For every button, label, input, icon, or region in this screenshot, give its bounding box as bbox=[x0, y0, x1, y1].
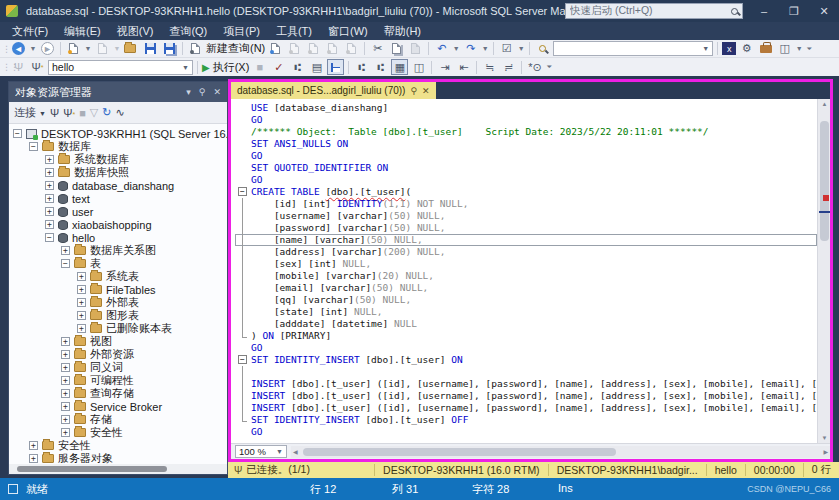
code-line-current[interactable]: [name] [varchar](50) NULL, bbox=[235, 234, 817, 246]
tree-item[interactable]: −hello bbox=[9, 231, 227, 244]
toolbar-overflow-icon[interactable]: ⏷ bbox=[545, 63, 553, 71]
code-line[interactable]: [password] [varchar](50) NULL, bbox=[235, 222, 817, 234]
tree-item[interactable]: +存储 bbox=[9, 413, 227, 426]
expand-icon[interactable]: + bbox=[61, 402, 70, 411]
hscroll-thumb[interactable] bbox=[303, 448, 616, 456]
expand-icon[interactable]: + bbox=[61, 415, 70, 424]
undo-dropdown-icon[interactable]: ▼ bbox=[452, 45, 460, 52]
tree-item[interactable]: +text bbox=[9, 192, 227, 205]
code-line[interactable]: ) ON [PRIMARY] bbox=[235, 330, 817, 342]
code-line[interactable]: SET QUOTED_IDENTIFIER ON bbox=[235, 162, 817, 174]
expand-icon[interactable]: + bbox=[77, 311, 86, 320]
fold-collapse-icon[interactable]: − bbox=[238, 355, 247, 364]
task-list-dropdown-icon[interactable]: ▼ bbox=[517, 45, 525, 52]
expand-icon[interactable]: + bbox=[77, 272, 86, 281]
expand-icon[interactable]: + bbox=[61, 389, 70, 398]
uncomment-button[interactable]: ⇤ bbox=[455, 59, 472, 75]
connect-plug-icon[interactable]: Ψ bbox=[50, 107, 59, 119]
new-file-button[interactable] bbox=[65, 41, 82, 57]
tools-gear-icon[interactable]: ⚙ bbox=[738, 41, 755, 57]
expand-icon[interactable]: + bbox=[45, 220, 54, 229]
pin-icon[interactable]: ⚲ bbox=[410, 86, 417, 96]
expand-icon[interactable]: + bbox=[61, 363, 70, 372]
navigate-forward-button[interactable]: ► bbox=[39, 41, 56, 57]
code-line[interactable]: INSERT [dbo].[t_user] ([id], [username],… bbox=[235, 390, 817, 402]
code-line[interactable]: /****** Object: Table [dbo].[t_user] Scr… bbox=[235, 126, 817, 138]
disconnect-plug-icon[interactable]: Ψ* bbox=[63, 107, 75, 119]
zoom-level-combo[interactable]: 100 % ▼ bbox=[235, 445, 287, 458]
code-line[interactable]: GO bbox=[235, 342, 817, 354]
expand-icon[interactable]: + bbox=[45, 168, 54, 177]
tree-item[interactable]: +数据库关系图 bbox=[9, 244, 227, 257]
tree-item[interactable]: +安全性 bbox=[9, 426, 227, 439]
open-file-button[interactable] bbox=[123, 41, 140, 57]
expand-icon[interactable]: + bbox=[45, 194, 54, 203]
include-actual-plan-button[interactable]: ⑆ bbox=[353, 59, 370, 75]
expand-icon[interactable]: + bbox=[45, 207, 54, 216]
task-list-button[interactable]: ☑ bbox=[498, 41, 515, 57]
code-line[interactable]: SET ANSI_NULLS ON bbox=[235, 138, 817, 150]
expand-icon[interactable]: + bbox=[61, 350, 70, 359]
connect-icon[interactable]: Ψ bbox=[10, 59, 27, 75]
maximize-button[interactable]: ❐ bbox=[779, 0, 809, 22]
execute-button[interactable]: ▶执行(X) bbox=[202, 59, 249, 75]
tree-item[interactable]: +database_dianshang bbox=[9, 179, 227, 192]
menu-item[interactable]: 编辑(E) bbox=[56, 22, 109, 40]
tree-item[interactable]: +图形表 bbox=[9, 309, 227, 322]
analysis-mdx-query-button[interactable] bbox=[286, 41, 303, 57]
paste-button[interactable] bbox=[407, 41, 424, 57]
menu-item[interactable]: 项目(P) bbox=[215, 22, 268, 40]
code-line[interactable]: −CREATE TABLE [dbo].[t_user]( bbox=[235, 186, 817, 198]
tree-item[interactable]: +视图 bbox=[9, 335, 227, 348]
tree-item[interactable]: +FileTables bbox=[9, 283, 227, 296]
analysis-xmla-query-button[interactable] bbox=[324, 41, 341, 57]
code-line[interactable]: [state] [int] NULL, bbox=[235, 306, 817, 318]
analysis-daxx-query-button[interactable] bbox=[343, 41, 360, 57]
connect-button[interactable]: 连接 ▼ bbox=[14, 105, 46, 120]
code-line[interactable]: −SET IDENTITY_INSERT [dbo].[t_user] ON bbox=[235, 354, 817, 366]
change-connection-icon[interactable]: Ψ* bbox=[29, 59, 46, 75]
menu-item[interactable]: 工具(T) bbox=[268, 22, 320, 40]
code-line[interactable]: [adddate] [datetime] NULL bbox=[235, 318, 817, 330]
query-options-button[interactable]: ▤ bbox=[308, 59, 325, 75]
tree-item[interactable]: +服务器对象 bbox=[9, 452, 227, 464]
menu-item[interactable]: 查询(Q) bbox=[161, 22, 215, 40]
save-button[interactable] bbox=[142, 41, 159, 57]
expand-icon[interactable]: + bbox=[61, 376, 70, 385]
add-item-button[interactable] bbox=[94, 41, 111, 57]
refresh-icon[interactable]: ↻ bbox=[102, 106, 111, 119]
expand-icon[interactable]: + bbox=[29, 454, 38, 463]
pin-icon[interactable]: ⚲ bbox=[199, 87, 206, 97]
expand-icon[interactable]: + bbox=[45, 155, 54, 164]
tree-item[interactable]: +查询存储 bbox=[9, 387, 227, 400]
intellisense-button[interactable] bbox=[327, 59, 344, 75]
code-line[interactable]: [email] [varchar](50) NULL, bbox=[235, 282, 817, 294]
expand-icon[interactable]: + bbox=[77, 324, 86, 333]
tool-windows-dropdown-icon[interactable]: ▼ bbox=[795, 45, 803, 52]
fold-collapse-icon[interactable]: − bbox=[238, 187, 247, 196]
minimize-button[interactable]: – bbox=[749, 0, 779, 22]
navigate-back-button[interactable]: ◄ bbox=[10, 41, 27, 57]
redo-button[interactable]: ↷ bbox=[462, 41, 479, 57]
save-all-button[interactable] bbox=[161, 41, 178, 57]
tree-item[interactable]: +外部表 bbox=[9, 296, 227, 309]
menu-item[interactable]: 视图(V) bbox=[109, 22, 162, 40]
menu-item[interactable]: 帮助(H) bbox=[376, 22, 429, 40]
code-line[interactable]: GO bbox=[235, 150, 817, 162]
tree-item[interactable]: +可编程性 bbox=[9, 374, 227, 387]
code-area[interactable]: USE [database_dianshang]GO/****** Object… bbox=[231, 99, 817, 443]
undo-button[interactable]: ↶ bbox=[433, 41, 450, 57]
stop-icon[interactable]: ■ bbox=[79, 107, 86, 119]
toolbar-overflow-icon[interactable]: ⏷ bbox=[805, 45, 813, 53]
expand-icon[interactable]: + bbox=[29, 441, 38, 450]
code-line[interactable]: GO bbox=[235, 174, 817, 186]
code-line[interactable]: GO bbox=[235, 426, 817, 438]
expand-icon[interactable]: + bbox=[61, 428, 70, 437]
code-line[interactable]: [address] [varchar](200) NULL, bbox=[235, 246, 817, 258]
tree-item[interactable]: +Service Broker bbox=[9, 400, 227, 413]
close-button[interactable]: ✕ bbox=[809, 0, 839, 22]
parse-button[interactable]: ✓ bbox=[270, 59, 287, 75]
code-line[interactable]: INSERT [dbo].[t_user] ([id], [username],… bbox=[235, 402, 817, 414]
tree-item[interactable]: −表 bbox=[9, 257, 227, 270]
collapse-icon[interactable]: − bbox=[61, 259, 70, 268]
